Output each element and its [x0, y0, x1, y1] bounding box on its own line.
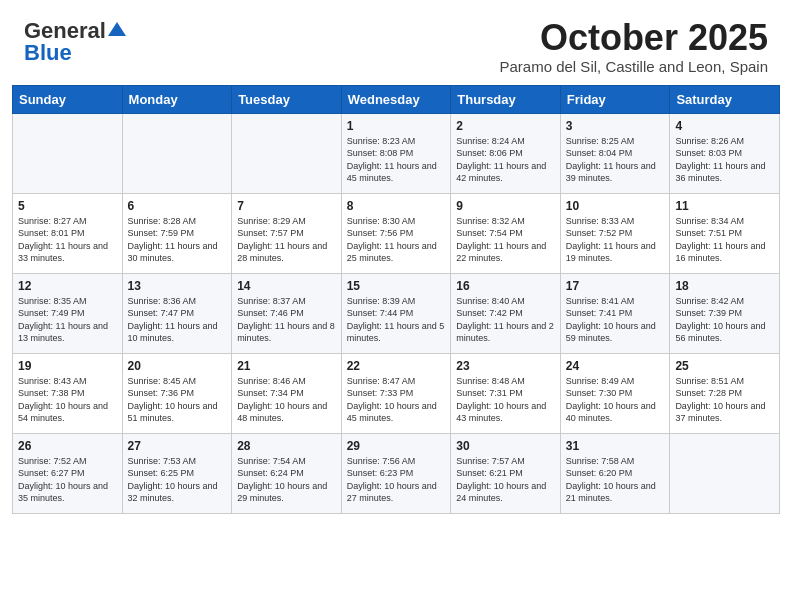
- day-info: Sunrise: 8:42 AM Sunset: 7:39 PM Dayligh…: [675, 295, 774, 345]
- page-header: General Blue October 2025 Paramo del Sil…: [0, 0, 792, 85]
- calendar-cell: 2Sunrise: 8:24 AM Sunset: 8:06 PM Daylig…: [451, 113, 561, 193]
- day-number: 26: [18, 439, 117, 453]
- calendar-week-5: 26Sunrise: 7:52 AM Sunset: 6:27 PM Dayli…: [13, 433, 780, 513]
- calendar-cell: [670, 433, 780, 513]
- calendar-cell: 1Sunrise: 8:23 AM Sunset: 8:08 PM Daylig…: [341, 113, 451, 193]
- day-number: 2: [456, 119, 555, 133]
- calendar-week-1: 1Sunrise: 8:23 AM Sunset: 8:08 PM Daylig…: [13, 113, 780, 193]
- svg-marker-0: [108, 22, 126, 36]
- title-block: October 2025 Paramo del Sil, Castille an…: [500, 18, 769, 75]
- day-info: Sunrise: 8:33 AM Sunset: 7:52 PM Dayligh…: [566, 215, 665, 265]
- day-number: 9: [456, 199, 555, 213]
- calendar-cell: [122, 113, 232, 193]
- day-number: 18: [675, 279, 774, 293]
- calendar-cell: [232, 113, 342, 193]
- day-info: Sunrise: 8:28 AM Sunset: 7:59 PM Dayligh…: [128, 215, 227, 265]
- day-info: Sunrise: 8:32 AM Sunset: 7:54 PM Dayligh…: [456, 215, 555, 265]
- day-info: Sunrise: 8:35 AM Sunset: 7:49 PM Dayligh…: [18, 295, 117, 345]
- calendar-cell: 26Sunrise: 7:52 AM Sunset: 6:27 PM Dayli…: [13, 433, 123, 513]
- day-number: 24: [566, 359, 665, 373]
- calendar-cell: 28Sunrise: 7:54 AM Sunset: 6:24 PM Dayli…: [232, 433, 342, 513]
- calendar-table: SundayMondayTuesdayWednesdayThursdayFrid…: [12, 85, 780, 514]
- day-info: Sunrise: 8:51 AM Sunset: 7:28 PM Dayligh…: [675, 375, 774, 425]
- day-info: Sunrise: 8:24 AM Sunset: 8:06 PM Dayligh…: [456, 135, 555, 185]
- day-number: 19: [18, 359, 117, 373]
- day-number: 12: [18, 279, 117, 293]
- calendar-header: SundayMondayTuesdayWednesdayThursdayFrid…: [13, 85, 780, 113]
- day-info: Sunrise: 8:34 AM Sunset: 7:51 PM Dayligh…: [675, 215, 774, 265]
- calendar-cell: 19Sunrise: 8:43 AM Sunset: 7:38 PM Dayli…: [13, 353, 123, 433]
- day-info: Sunrise: 8:47 AM Sunset: 7:33 PM Dayligh…: [347, 375, 446, 425]
- day-number: 13: [128, 279, 227, 293]
- calendar-cell: 4Sunrise: 8:26 AM Sunset: 8:03 PM Daylig…: [670, 113, 780, 193]
- month-title: October 2025: [500, 18, 769, 58]
- day-info: Sunrise: 8:23 AM Sunset: 8:08 PM Dayligh…: [347, 135, 446, 185]
- day-of-week-sunday: Sunday: [13, 85, 123, 113]
- calendar-cell: 31Sunrise: 7:58 AM Sunset: 6:20 PM Dayli…: [560, 433, 670, 513]
- day-info: Sunrise: 8:46 AM Sunset: 7:34 PM Dayligh…: [237, 375, 336, 425]
- calendar-cell: 13Sunrise: 8:36 AM Sunset: 7:47 PM Dayli…: [122, 273, 232, 353]
- calendar-cell: 8Sunrise: 8:30 AM Sunset: 7:56 PM Daylig…: [341, 193, 451, 273]
- day-of-week-thursday: Thursday: [451, 85, 561, 113]
- calendar-cell: 15Sunrise: 8:39 AM Sunset: 7:44 PM Dayli…: [341, 273, 451, 353]
- calendar-week-2: 5Sunrise: 8:27 AM Sunset: 8:01 PM Daylig…: [13, 193, 780, 273]
- logo: General Blue: [24, 18, 126, 66]
- calendar-cell: 16Sunrise: 8:40 AM Sunset: 7:42 PM Dayli…: [451, 273, 561, 353]
- day-info: Sunrise: 8:40 AM Sunset: 7:42 PM Dayligh…: [456, 295, 555, 345]
- day-info: Sunrise: 8:25 AM Sunset: 8:04 PM Dayligh…: [566, 135, 665, 185]
- logo-icon: [108, 20, 126, 38]
- calendar-cell: 29Sunrise: 7:56 AM Sunset: 6:23 PM Dayli…: [341, 433, 451, 513]
- day-info: Sunrise: 8:39 AM Sunset: 7:44 PM Dayligh…: [347, 295, 446, 345]
- day-number: 25: [675, 359, 774, 373]
- calendar-cell: 12Sunrise: 8:35 AM Sunset: 7:49 PM Dayli…: [13, 273, 123, 353]
- logo-blue: Blue: [24, 40, 72, 66]
- day-info: Sunrise: 8:36 AM Sunset: 7:47 PM Dayligh…: [128, 295, 227, 345]
- day-info: Sunrise: 8:43 AM Sunset: 7:38 PM Dayligh…: [18, 375, 117, 425]
- calendar-cell: 5Sunrise: 8:27 AM Sunset: 8:01 PM Daylig…: [13, 193, 123, 273]
- day-number: 22: [347, 359, 446, 373]
- day-number: 28: [237, 439, 336, 453]
- day-of-week-saturday: Saturday: [670, 85, 780, 113]
- calendar-cell: 22Sunrise: 8:47 AM Sunset: 7:33 PM Dayli…: [341, 353, 451, 433]
- day-number: 14: [237, 279, 336, 293]
- day-number: 15: [347, 279, 446, 293]
- day-info: Sunrise: 8:30 AM Sunset: 7:56 PM Dayligh…: [347, 215, 446, 265]
- calendar-cell: 25Sunrise: 8:51 AM Sunset: 7:28 PM Dayli…: [670, 353, 780, 433]
- day-info: Sunrise: 8:27 AM Sunset: 8:01 PM Dayligh…: [18, 215, 117, 265]
- day-number: 27: [128, 439, 227, 453]
- calendar-cell: 3Sunrise: 8:25 AM Sunset: 8:04 PM Daylig…: [560, 113, 670, 193]
- calendar-cell: 21Sunrise: 8:46 AM Sunset: 7:34 PM Dayli…: [232, 353, 342, 433]
- calendar-cell: 7Sunrise: 8:29 AM Sunset: 7:57 PM Daylig…: [232, 193, 342, 273]
- day-info: Sunrise: 8:49 AM Sunset: 7:30 PM Dayligh…: [566, 375, 665, 425]
- day-number: 1: [347, 119, 446, 133]
- day-info: Sunrise: 8:26 AM Sunset: 8:03 PM Dayligh…: [675, 135, 774, 185]
- calendar-cell: 30Sunrise: 7:57 AM Sunset: 6:21 PM Dayli…: [451, 433, 561, 513]
- calendar-cell: 18Sunrise: 8:42 AM Sunset: 7:39 PM Dayli…: [670, 273, 780, 353]
- day-number: 20: [128, 359, 227, 373]
- calendar-cell: 11Sunrise: 8:34 AM Sunset: 7:51 PM Dayli…: [670, 193, 780, 273]
- day-info: Sunrise: 7:58 AM Sunset: 6:20 PM Dayligh…: [566, 455, 665, 505]
- day-info: Sunrise: 8:48 AM Sunset: 7:31 PM Dayligh…: [456, 375, 555, 425]
- day-of-week-monday: Monday: [122, 85, 232, 113]
- day-number: 7: [237, 199, 336, 213]
- calendar-cell: 9Sunrise: 8:32 AM Sunset: 7:54 PM Daylig…: [451, 193, 561, 273]
- day-number: 21: [237, 359, 336, 373]
- day-info: Sunrise: 8:29 AM Sunset: 7:57 PM Dayligh…: [237, 215, 336, 265]
- calendar-week-3: 12Sunrise: 8:35 AM Sunset: 7:49 PM Dayli…: [13, 273, 780, 353]
- location: Paramo del Sil, Castille and Leon, Spain: [500, 58, 769, 75]
- calendar-cell: 17Sunrise: 8:41 AM Sunset: 7:41 PM Dayli…: [560, 273, 670, 353]
- day-of-week-tuesday: Tuesday: [232, 85, 342, 113]
- calendar-cell: 6Sunrise: 8:28 AM Sunset: 7:59 PM Daylig…: [122, 193, 232, 273]
- day-number: 5: [18, 199, 117, 213]
- day-info: Sunrise: 8:41 AM Sunset: 7:41 PM Dayligh…: [566, 295, 665, 345]
- day-of-week-wednesday: Wednesday: [341, 85, 451, 113]
- day-number: 23: [456, 359, 555, 373]
- day-number: 16: [456, 279, 555, 293]
- day-number: 4: [675, 119, 774, 133]
- day-info: Sunrise: 7:54 AM Sunset: 6:24 PM Dayligh…: [237, 455, 336, 505]
- calendar-cell: 23Sunrise: 8:48 AM Sunset: 7:31 PM Dayli…: [451, 353, 561, 433]
- day-info: Sunrise: 7:56 AM Sunset: 6:23 PM Dayligh…: [347, 455, 446, 505]
- calendar-cell: 10Sunrise: 8:33 AM Sunset: 7:52 PM Dayli…: [560, 193, 670, 273]
- day-number: 11: [675, 199, 774, 213]
- calendar-cell: 14Sunrise: 8:37 AM Sunset: 7:46 PM Dayli…: [232, 273, 342, 353]
